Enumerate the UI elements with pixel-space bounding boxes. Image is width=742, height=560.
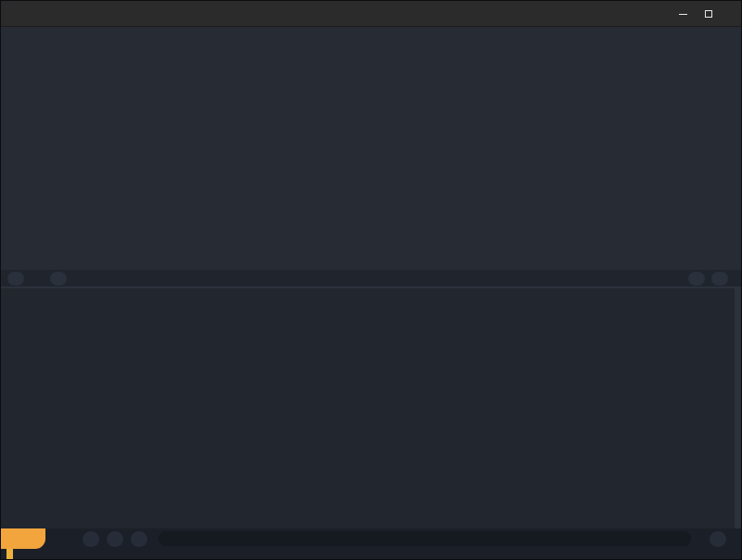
major-mode-chip[interactable]	[50, 272, 67, 286]
edit-state-chip[interactable]	[688, 272, 705, 286]
maximize-icon[interactable]	[705, 10, 712, 18]
minimize-icon[interactable]	[679, 14, 687, 15]
modeline-top	[1, 270, 741, 286]
minibuffer[interactable]	[1, 549, 741, 559]
encoding-position-chip[interactable]	[711, 272, 728, 286]
magit-headers-section	[1, 286, 741, 288]
emacs-frame	[0, 0, 742, 560]
magit-status-window[interactable]	[1, 286, 741, 528]
scrollbar[interactable]	[735, 286, 741, 528]
code-editor-window[interactable]	[1, 27, 741, 270]
window-controls	[679, 1, 730, 27]
modeline-bottom	[1, 528, 741, 549]
modeline-empty-segment	[159, 531, 691, 546]
text-cursor	[6, 549, 13, 559]
window-number-chip	[7, 272, 24, 286]
process-chip[interactable]	[107, 531, 123, 547]
major-mode-chip[interactable]	[83, 531, 99, 547]
active-window-number-chip	[1, 528, 45, 549]
flow-chip[interactable]	[131, 531, 147, 547]
encoding-position-chip[interactable]	[710, 531, 726, 547]
titlebar	[1, 1, 741, 27]
